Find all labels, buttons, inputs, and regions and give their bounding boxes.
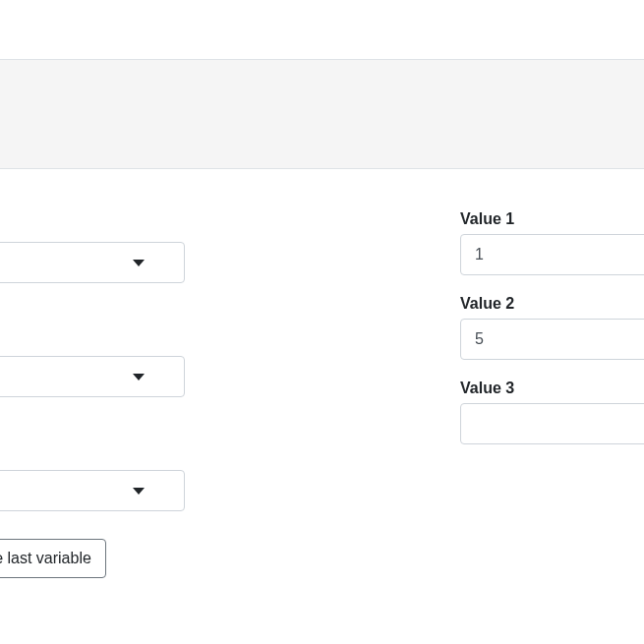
- variable-select-group-2: [0, 356, 185, 397]
- variable-select-3[interactable]: [0, 470, 185, 511]
- remove-last-variable-button[interactable]: emove last variable: [0, 539, 106, 578]
- value-1-group: Value 1: [460, 210, 644, 275]
- value-2-input[interactable]: [460, 319, 644, 360]
- value-1-input[interactable]: [460, 234, 644, 275]
- value-2-label: Value 2: [460, 295, 644, 313]
- variable-select-2[interactable]: [0, 356, 185, 397]
- value-3-group: Value 3: [460, 380, 644, 444]
- form-area: emove last variable Value 1 Value 2 Valu…: [0, 210, 644, 578]
- right-column: Value 1 Value 2 Value 3: [460, 210, 644, 578]
- variable-select-group-3: [0, 470, 185, 511]
- chevron-down-icon: [133, 260, 145, 266]
- value-3-label: Value 3: [460, 380, 644, 397]
- variable-select-group-1: [0, 242, 185, 283]
- value-2-group: Value 2: [460, 295, 644, 360]
- header-bar: [0, 59, 644, 169]
- value-1-label: Value 1: [460, 210, 644, 228]
- chevron-down-icon: [133, 488, 145, 495]
- chevron-down-icon: [133, 374, 145, 381]
- left-column: emove last variable: [0, 210, 185, 578]
- button-row: emove last variable: [0, 539, 185, 578]
- value-3-input[interactable]: [460, 403, 644, 444]
- variable-select-1[interactable]: [0, 242, 185, 283]
